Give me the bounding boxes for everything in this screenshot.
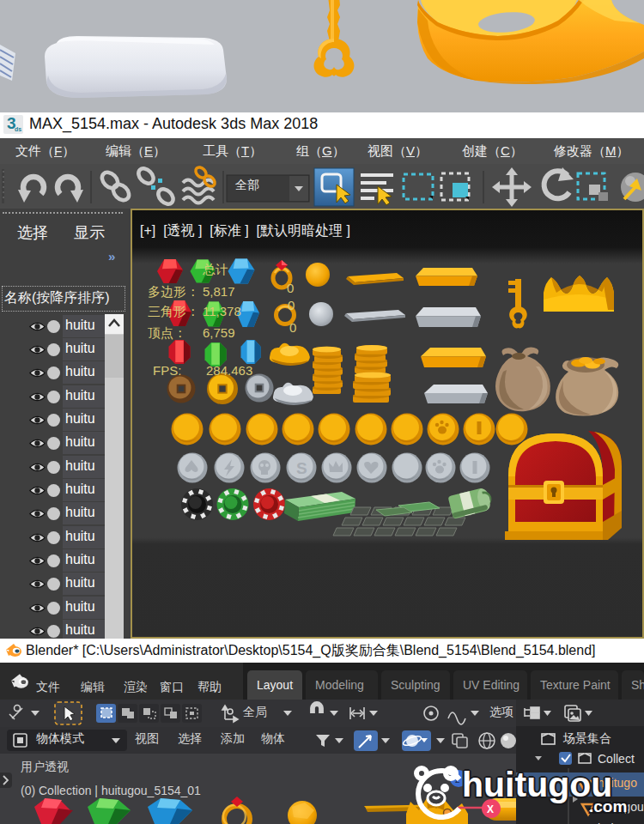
- svg-text:11,378: 11,378: [203, 304, 241, 318]
- svg-text:总计: 总计: [202, 262, 228, 276]
- svg-text:6,759: 6,759: [203, 325, 235, 340]
- svg-text:0: 0: [287, 281, 294, 295]
- svg-text:284.463: 284.463: [206, 363, 252, 378]
- svg-text:5,817: 5,817: [203, 284, 235, 299]
- svg-text:三角形：: 三角形：: [148, 304, 199, 318]
- svg-text:顶点：: 顶点：: [148, 325, 186, 340]
- svg-text:0: 0: [288, 298, 295, 312]
- svg-text:[+] [透视 ] [标准 ] [默认明暗处理 ]: [+] [透视 ] [标准 ] [默认明暗处理 ]: [140, 223, 350, 238]
- svg-text:S: S: [296, 459, 307, 477]
- svg-text:FPS:: FPS:: [153, 363, 181, 378]
- svg-text:多边形：: 多边形：: [148, 284, 199, 299]
- svg-text:0: 0: [289, 320, 296, 335]
